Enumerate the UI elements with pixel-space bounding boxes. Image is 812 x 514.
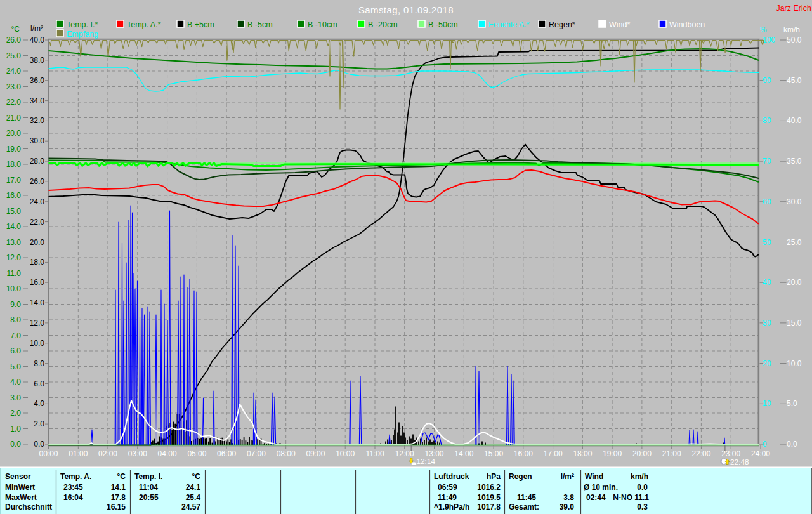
svg-text:23.0: 23.0: [6, 82, 22, 91]
svg-text:N-NO 11.1: N-NO 11.1: [613, 493, 649, 502]
svg-text:26.0: 26.0: [6, 36, 22, 44]
svg-text:30: 30: [763, 319, 771, 327]
svg-text:Temp. I.: Temp. I.: [134, 472, 162, 481]
svg-text:70: 70: [763, 157, 771, 166]
svg-text:Regen: Regen: [509, 472, 532, 481]
svg-text:11:04: 11:04: [139, 483, 158, 492]
svg-text:12:14: 12:14: [417, 457, 436, 466]
svg-text:B -20cm: B -20cm: [368, 20, 398, 29]
svg-text:22.0: 22.0: [6, 98, 22, 107]
svg-text:11:00: 11:00: [365, 449, 384, 458]
svg-text:24.1: 24.1: [186, 483, 201, 492]
svg-text:Wind: Wind: [585, 472, 603, 481]
svg-text:36.0: 36.0: [30, 76, 45, 85]
svg-text:Wind*: Wind*: [609, 20, 630, 29]
svg-text:20.0: 20.0: [787, 278, 802, 287]
svg-text:23:45: 23:45: [63, 483, 83, 492]
svg-text:30.0: 30.0: [30, 136, 45, 145]
svg-text:45.0: 45.0: [787, 76, 802, 85]
svg-text:1017.8: 1017.8: [477, 503, 501, 511]
svg-text:20.0: 20.0: [6, 129, 22, 138]
svg-text:9.0: 9.0: [10, 300, 21, 309]
svg-text:^1.9hPa/h: ^1.9hPa/h: [434, 503, 469, 511]
svg-text:16.0: 16.0: [30, 278, 45, 287]
svg-text:40: 40: [763, 278, 771, 287]
svg-text:11:49: 11:49: [438, 493, 457, 502]
svg-text:11:45: 11:45: [517, 493, 536, 502]
svg-text:19:00: 19:00: [603, 449, 622, 458]
svg-text:17.0: 17.0: [6, 176, 22, 185]
svg-text:B +5cm: B +5cm: [187, 20, 214, 29]
svg-text:4.0: 4.0: [34, 399, 44, 408]
svg-text:40.0: 40.0: [787, 116, 802, 125]
svg-text:km/h: km/h: [631, 472, 648, 481]
svg-text:21.0: 21.0: [6, 114, 22, 122]
svg-text:06:59: 06:59: [438, 483, 457, 492]
svg-text:50.0: 50.0: [787, 36, 802, 44]
svg-text:17:00: 17:00: [544, 449, 563, 458]
svg-text:16:04: 16:04: [63, 493, 83, 502]
svg-text:28.0: 28.0: [30, 157, 45, 166]
svg-text:18:00: 18:00: [573, 449, 592, 458]
svg-text:09:00: 09:00: [306, 449, 325, 458]
svg-text:50: 50: [763, 238, 771, 247]
svg-text:14:00: 14:00: [454, 449, 473, 458]
svg-text:14.1: 14.1: [111, 483, 126, 492]
svg-text:Samstag, 01.09.2018: Samstag, 01.09.2018: [358, 4, 454, 15]
svg-text:25.4: 25.4: [186, 493, 201, 502]
svg-text:14.0: 14.0: [6, 222, 22, 231]
svg-text:100: 100: [763, 36, 775, 44]
svg-text:08:00: 08:00: [277, 449, 296, 458]
svg-text:02:00: 02:00: [98, 449, 117, 458]
svg-text:16.15: 16.15: [107, 503, 126, 511]
svg-text:B -50cm: B -50cm: [428, 20, 458, 29]
svg-text:07:00: 07:00: [247, 449, 266, 458]
svg-text:l/m²: l/m²: [30, 24, 43, 33]
svg-text:18.0: 18.0: [6, 160, 22, 169]
svg-text:6.0: 6.0: [34, 379, 44, 388]
svg-text:Jarz Erich: Jarz Erich: [776, 4, 811, 13]
svg-text:22:00: 22:00: [691, 449, 710, 458]
svg-text:10: 10: [763, 399, 771, 408]
svg-text:16:00: 16:00: [514, 449, 533, 458]
svg-text:40.0: 40.0: [30, 36, 45, 44]
svg-text:12.0: 12.0: [6, 253, 22, 262]
svg-text:hPa: hPa: [487, 472, 501, 481]
svg-text:24.0: 24.0: [6, 67, 22, 76]
svg-text:Gesamt:: Gesamt:: [509, 503, 539, 511]
svg-text:4.0: 4.0: [10, 378, 21, 386]
svg-text:04:00: 04:00: [158, 449, 177, 458]
svg-text:°C: °C: [11, 25, 20, 34]
svg-text:20: 20: [763, 359, 771, 368]
svg-text:80: 80: [763, 116, 771, 125]
svg-text:0.0: 0.0: [10, 440, 21, 449]
svg-text:1016.2: 1016.2: [477, 483, 501, 492]
svg-text:05:00: 05:00: [187, 449, 206, 458]
svg-text:26.0: 26.0: [30, 177, 45, 186]
svg-text:0: 0: [763, 440, 767, 449]
svg-text:2.0: 2.0: [34, 419, 44, 428]
svg-text:21:00: 21:00: [662, 449, 681, 458]
svg-text:°C: °C: [192, 472, 201, 481]
svg-text:38.0: 38.0: [30, 56, 45, 65]
svg-text:5.0: 5.0: [787, 399, 797, 408]
svg-text:Temp. I.*: Temp. I.*: [67, 20, 98, 29]
svg-text:20:55: 20:55: [139, 493, 159, 502]
svg-text:02:44: 02:44: [586, 493, 606, 502]
svg-text:12.0: 12.0: [30, 319, 45, 327]
svg-text:15.0: 15.0: [787, 319, 802, 327]
svg-text:Durchschnitt: Durchschnitt: [5, 503, 52, 511]
svg-text:20:00: 20:00: [632, 449, 652, 458]
svg-text:39.0: 39.0: [560, 503, 575, 511]
svg-text:Ø 10 min.: Ø 10 min.: [584, 483, 618, 492]
svg-text:3.8: 3.8: [563, 493, 574, 502]
svg-text:18.0: 18.0: [30, 258, 45, 267]
svg-text:6.0: 6.0: [10, 346, 21, 355]
svg-text:16.0: 16.0: [6, 191, 22, 200]
svg-text:19.0: 19.0: [6, 145, 22, 154]
svg-text:15:00: 15:00: [484, 449, 503, 458]
svg-text:10:00: 10:00: [336, 449, 355, 458]
svg-text:Temp. A.*: Temp. A.*: [127, 20, 161, 29]
svg-text:8.0: 8.0: [10, 315, 21, 324]
svg-text:Luftdruck: Luftdruck: [434, 472, 469, 481]
